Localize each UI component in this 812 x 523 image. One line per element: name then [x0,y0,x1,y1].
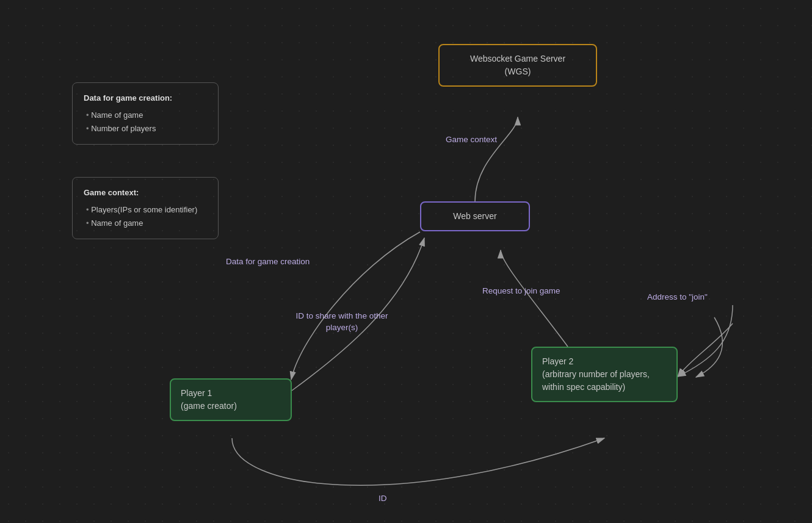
label-request-join: Request to join game [482,286,560,297]
wgs-line1: Websocket Game Server [449,52,586,65]
info-context-item-2: Name of game [86,217,207,230]
label-id-share: ID to share with the other player(s) [287,299,397,334]
info-creation-item-2: Number of players [86,122,207,135]
info-creation-item-1: Name of game [86,109,207,122]
info-context-item-1: Players(IPs or some identifier) [86,203,207,217]
info-box-creation: Data for game creation: Name of game Num… [72,82,219,145]
box-webserver: Web server [420,201,530,231]
info-box-context: Game context: Players(IPs or some identi… [72,177,219,239]
label-address-join: Address to "join" [647,292,708,303]
info-creation-list: Name of game Number of players [84,109,207,135]
player2-line2: (arbitrary number of players, [542,368,667,381]
player1-line1: Player 1 [181,387,281,400]
info-creation-title: Data for game creation: [84,92,207,105]
wgs-line2: (WGS) [449,65,586,78]
player2-line3: within spec capability) [542,381,667,394]
player2-line1: Player 2 [542,355,667,368]
box-player2: Player 2 (arbitrary number of players, w… [531,347,678,402]
info-context-list: Players(IPs or some identifier) Name of … [84,203,207,230]
info-context-title: Game context: [84,186,207,200]
diagram-container: Data for game creation: Name of game Num… [0,0,812,523]
svg-line-2 [696,323,733,372]
player1-line2: (game creator) [181,400,281,413]
label-game-context: Game context [446,134,497,146]
label-id-bottom: ID [379,493,387,505]
label-data-creation: Data for game creation [226,256,310,268]
webserver-label: Web server [431,210,519,223]
arrows-svg [0,0,812,523]
box-wgs: Websocket Game Server (WGS) [438,44,597,87]
box-player1: Player 1 (game creator) [170,378,292,421]
